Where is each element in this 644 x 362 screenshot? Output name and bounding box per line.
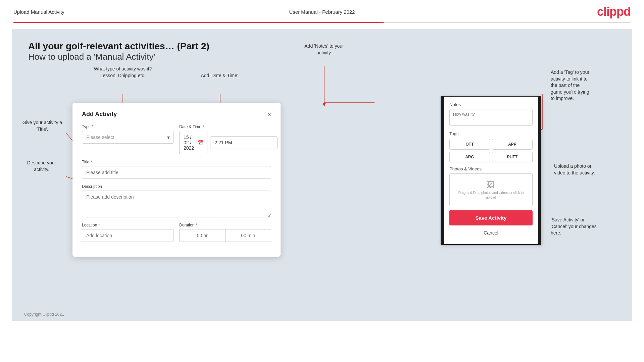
tag-arg[interactable]: ARG xyxy=(449,152,490,162)
type-select[interactable]: Please select xyxy=(82,131,174,144)
logo: clippd xyxy=(597,5,631,19)
manual-title: User Manual - February 2022 xyxy=(289,9,355,15)
annotation-description: Describe your activity. xyxy=(18,160,65,173)
description-textarea[interactable] xyxy=(82,191,271,217)
tag-app[interactable]: APP xyxy=(492,139,533,150)
date-time-inputs: 15 / 02 / 2022 📅 xyxy=(179,131,278,154)
title-input[interactable] xyxy=(82,166,271,179)
tag-ott[interactable]: OTT xyxy=(449,139,490,150)
top-bar: Upload Manual Activity User Manual - Feb… xyxy=(0,0,644,19)
type-select-wrapper[interactable]: Please select xyxy=(82,131,174,144)
notes-label: Notes xyxy=(449,102,533,107)
tags-grid: OTT APP ARG PUTT xyxy=(449,139,533,162)
tag-putt[interactable]: PUTT xyxy=(492,152,533,162)
add-activity-modal: Add Activity × Type * Please select Date… xyxy=(72,103,281,257)
time-input[interactable] xyxy=(210,136,278,149)
header-divider xyxy=(13,22,631,23)
location-label: Location * xyxy=(82,223,174,227)
annotation-activity-type: What type of activity was it? Lesson, Ch… xyxy=(89,66,156,79)
save-activity-button[interactable]: Save Activity xyxy=(449,210,533,225)
description-group: Description xyxy=(82,184,271,217)
annotation-title: Give your activity a 'Title'. xyxy=(19,119,66,133)
tags-label: Tags xyxy=(449,131,533,136)
modal-header: Add Activity × xyxy=(82,111,271,118)
location-input[interactable] xyxy=(82,229,174,242)
duration-inputs xyxy=(179,229,271,242)
description-label: Description xyxy=(82,184,271,189)
calendar-icon[interactable]: 📅 xyxy=(197,140,203,145)
annotation-upload: Upload a photo or video to the activity. xyxy=(554,163,628,176)
annotation-notes: Add 'Notes' to your activity. xyxy=(291,43,358,56)
type-label: Type * xyxy=(82,124,174,129)
upload-area[interactable]: 🖼 Drag and Drop photos and videos or cli… xyxy=(449,173,533,206)
cancel-button[interactable]: Cancel xyxy=(449,228,533,238)
notes-textarea[interactable] xyxy=(449,109,533,126)
date-input[interactable]: 15 / 02 / 2022 📅 xyxy=(179,131,207,154)
location-duration-row: Location * Duration * xyxy=(82,223,271,242)
page-label: Upload Manual Activity xyxy=(13,9,64,15)
upload-text: Drag and Drop photos and videos or click… xyxy=(453,191,529,200)
type-group: Type * Please select xyxy=(82,124,174,154)
description-row: Description xyxy=(82,184,271,217)
title-group: Title * xyxy=(82,160,271,179)
type-datetime-row: Type * Please select Date & Time * 15 / … xyxy=(82,124,271,154)
svg-marker-5 xyxy=(323,103,326,107)
datetime-label: Date & Time * xyxy=(179,124,278,129)
photos-label: Photos & Videos xyxy=(449,166,533,171)
close-button[interactable]: × xyxy=(267,111,271,117)
date-value: 15 / 02 / 2022 xyxy=(184,135,194,151)
duration-hr-input[interactable] xyxy=(179,229,225,242)
datetime-group: Date & Time * 15 / 02 / 2022 📅 xyxy=(179,124,278,154)
duration-group: Duration * xyxy=(179,223,271,242)
annotation-tags: Add a 'Tag' to your activity to link it … xyxy=(551,69,628,102)
upload-icon: 🖼 xyxy=(453,180,529,189)
annotation-save-cancel: 'Save Activity' or 'Cancel' your changes… xyxy=(551,217,628,237)
duration-min-input[interactable] xyxy=(225,229,271,242)
location-group: Location * xyxy=(82,223,174,242)
duration-label: Duration * xyxy=(179,223,271,227)
copyright: Copyright Clippd 2021 xyxy=(24,312,64,317)
phone-panel: Notes Tags OTT APP ARG PUTT Photos & Vid… xyxy=(441,96,541,245)
annotation-date-time: Add 'Date & Time'. xyxy=(190,72,250,79)
title-label: Title * xyxy=(82,160,271,164)
title-row: Title * xyxy=(82,160,271,179)
main-content: All your golf-relevant activities… (Part… xyxy=(12,29,632,321)
modal-title: Add Activity xyxy=(82,111,117,118)
